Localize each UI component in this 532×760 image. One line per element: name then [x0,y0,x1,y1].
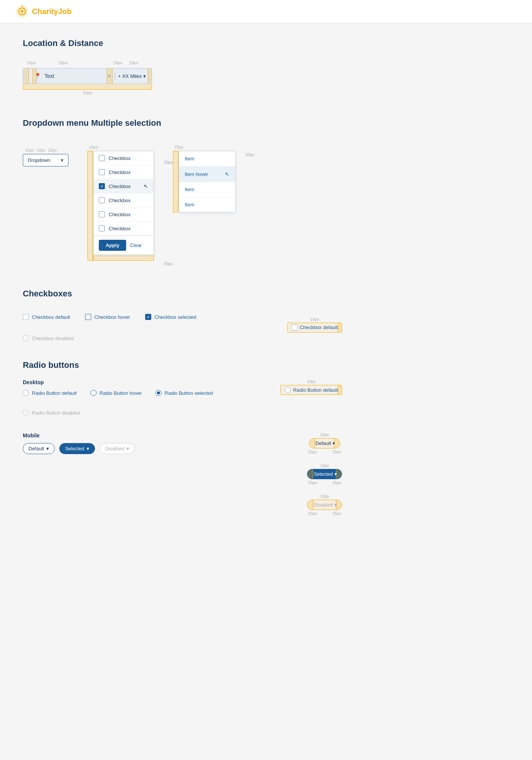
chevron-down-icon: ▾ [334,502,337,508]
radio-selected-button[interactable] [155,390,162,396]
mobile-annotations: 10px Default ▾ 15px 15px 10px [307,432,342,516]
annotation-spacing-top: 10px [310,317,319,321]
annotation-radio-button[interactable] [285,387,291,393]
checkbox-row: Checkbox default Checkbox hover ✓ Checkb… [23,314,257,341]
radio-section: Radio buttons Desktop Radio Button defau… [23,360,342,516]
checkbox-1[interactable] [99,155,105,161]
radio-default-button[interactable] [23,390,29,396]
checkbox-default: Checkbox default [23,314,70,320]
checkbox-disabled: Checkbox disabled [23,335,74,341]
simple-list-wrapper: 15px Item Item hover ↖ Item Item [173,137,236,212]
pill-selected-annotation: 10px Selected ▾ 15px 15px [307,463,342,485]
header: CharityJob [0,0,532,23]
apply-button[interactable]: Apply [99,240,126,251]
radio-section-title: Radio buttons [23,360,342,370]
pill-default-annotation: 10px Default ▾ 15px 15px [307,432,342,454]
menu-item-3[interactable]: ✓ Checkbox ↖ [93,179,154,193]
mobile-label: Mobile [23,432,292,439]
checkbox-disabled-box [23,335,29,341]
chevron-down-icon: ▾ [334,471,337,477]
dropdown-trigger-wrapper: 15px 10px 10px Dropdown ▾ [23,137,68,166]
desktop-radio-row: Radio Button default Radio Button hover … [23,390,265,416]
menu-item-6[interactable]: Checkbox [93,222,154,236]
annotation-checkbox-label: Checkbox default [300,325,338,330]
checkbox-selected-box[interactable]: ✓ [145,314,151,320]
radio-selected: Radio Button selected [155,390,213,396]
list-item-1[interactable]: Item [179,151,235,166]
menu-item-4[interactable]: Checkbox [93,193,154,207]
radio-default: Radio Button default [23,390,77,396]
spacing-10px-mid: 10px [59,60,68,65]
simple-list: Item Item hover ↖ Item Item [179,151,236,212]
location-distance-section: Location & Distance 15px 10px 15px 10px … [23,38,342,95]
annotation-checkbox-box[interactable] [291,325,298,331]
chevron-down-icon: ▾ [332,440,335,446]
spacing-15px-right: 15px [113,60,122,65]
menu-item-1[interactable]: Checkbox [93,151,154,165]
checkbox-selected: ✓ Checkbox selected [145,314,196,320]
pill-disabled-annotation: 10px Disabled ▾ 15px 15px [307,494,342,516]
pill-selected-ann-label: Selected [312,471,334,477]
checkbox-6[interactable] [99,225,105,231]
radio-disabled-button [23,410,29,416]
checkbox-2[interactable] [99,169,105,175]
chevron-down-icon: ▾ [61,157,63,163]
checkbox-hover: Checkbox hover [85,314,130,320]
list-item-3[interactable]: Item [179,182,235,197]
location-section-title: Location & Distance [23,38,342,48]
chevron-down-icon: ▾ [46,446,49,451]
location-clear-icon[interactable]: ✕ [107,73,112,79]
pill-default[interactable]: Default ▾ [23,443,55,454]
dropdown-section-title: Dropdown menu Multiple selection [23,118,342,128]
svg-point-2 [21,10,23,13]
chevron-down-icon: ▾ [87,446,89,451]
pill-default-ann-label: Default [314,440,332,446]
logo-text: CharityJob [32,7,71,16]
checkbox-4[interactable] [99,197,105,203]
annotation-radio-spacing-top: 10px [307,379,316,384]
radio-selected-inner [157,391,160,394]
clear-button[interactable]: Clear [130,242,142,248]
checkbox-annotation: 10px Checkbox default [287,317,342,332]
menu-item-5[interactable]: Checkbox [93,207,154,222]
radio-disabled: Radio Button disabled [23,410,80,416]
spacing-15px-left: 15px [27,60,36,65]
checkboxes-section: Checkboxes Checkbox default Checkbox hov… [23,289,342,341]
check-icon: ✓ [147,315,150,319]
spacing-15px-bottom: 15px [83,90,92,95]
charityjob-logo-icon [15,5,29,18]
list-item-hover[interactable]: Item hover ↖ [179,166,235,182]
dropdown-section: Dropdown menu Multiple selection 15px 10… [23,118,342,266]
logo: CharityJob [15,5,71,18]
pill-selected[interactable]: Selected ▾ [59,443,95,454]
pill-disabled-ann-label: Disabled [312,502,334,508]
cursor-hover-icon: ↖ [225,171,230,177]
annotation-radio-label: Radio Button default [293,387,338,393]
radio-annotation: 10px Radio Button default [280,379,342,395]
pill-disabled: Disabled ▾ [100,443,135,454]
checkbox-menu-list: Checkbox Checkbox ✓ Checkbox ↖ [93,151,154,255]
radio-hover: Radio Button hover [90,390,142,396]
desktop-label: Desktop [23,379,265,385]
location-input-text: Text [44,73,104,79]
checkbox-default-box[interactable] [23,314,29,320]
radio-hover-button[interactable] [90,390,97,396]
checkbox-5[interactable] [99,211,105,217]
spacing-10px-far: 10px [129,60,138,65]
dropdown-actions: Apply Clear [93,236,154,255]
cursor-icon: ↖ [144,183,148,189]
list-item-4[interactable]: Item [179,197,235,212]
check-icon: ✓ [100,184,103,188]
checkbox-hover-box[interactable] [85,314,91,320]
checkboxes-title: Checkboxes [23,289,342,299]
dropdown-trigger-button[interactable]: Dropdown ▾ [23,154,68,166]
checkbox-3[interactable]: ✓ [99,183,105,189]
checkbox-dropdown-menu: 15px Checkbox Checkbox [87,137,154,266]
mobile-pills-row: Default ▾ Selected ▾ Disabled ▾ [23,443,292,454]
chevron-down-icon: ▾ [127,446,129,451]
location-pin-icon: 📍 [34,73,41,79]
menu-item-2[interactable]: Checkbox [93,165,154,179]
location-miles[interactable]: + XX Miles ▾ [118,73,146,79]
chevron-down-icon: ▾ [143,73,146,79]
